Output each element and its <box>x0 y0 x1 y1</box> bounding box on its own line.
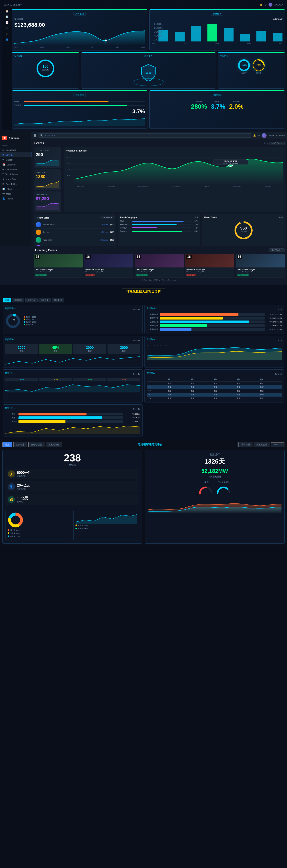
counter-value: 250 <box>36 152 59 157</box>
ev-tab-esg[interactable]: ESG / ① <box>271 442 285 447</box>
tab-basic4[interactable]: 初级数据 <box>52 298 64 303</box>
tickets-label: Tickets Sold <box>36 172 59 173</box>
anomaly-panel: 异常管理 数据标1 正常数据 3.7% <box>12 90 147 128</box>
bar-x-labels: 20152016201720182019 <box>152 42 283 44</box>
event-venue-2: Venue: Los Angeles,USA <box>86 271 132 273</box>
event-name-3: Don't burn on the grill <box>136 269 182 271</box>
ev-tab-power[interactable]: 充电量管理 <box>254 442 270 447</box>
settings-icon[interactable]: ⚙ <box>265 3 266 6</box>
content-area: Events ⚙ ① Last 7 Day ▼ Counter Opened 2… <box>31 139 287 246</box>
event-venue-5: Venue: Los Angeles,USA <box>237 271 284 273</box>
dv-card-1: 数据列表一 Done 1st 7% 数据一 1000 数据二 1400 数据三 … <box>3 305 143 334</box>
event-status-3[interactable]: BUY TICKETS <box>136 274 148 276</box>
ev-sparkline <box>76 512 137 524</box>
tab-overview[interactable]: 总览 <box>3 298 11 303</box>
revenue-label: Total Revenue <box>36 193 59 195</box>
datavis-title: 可视化数据大屏项目名称 <box>122 288 165 295</box>
event-venue-1: Venue: Los Angeles,USA <box>35 271 82 273</box>
sidebar-item-ui[interactable]: ◈ UI Elements <box>0 167 31 172</box>
dv-card3-title: 数据列表三 <box>5 372 16 375</box>
dv-card4-title: 数据列表 <box>147 372 155 375</box>
notif-icon[interactable]: 🔔 <box>253 134 256 137</box>
svg-rect-8 <box>256 31 266 41</box>
ev-tab-overview[interactable]: 总览 <box>2 442 12 447</box>
sidebar-item-icons[interactable]: ★ Icons Sets <box>0 177 31 182</box>
sidebar-item-mailbox[interactable]: ✉ Mailbox <box>0 157 31 162</box>
ev-tab-station2[interactable]: 充电站信息 <box>46 442 62 447</box>
sale-avatar-3 <box>36 237 41 243</box>
email-campaign-card: Email Campaign ⚙ ① Mail 87% Feedbacks 75… <box>118 214 201 246</box>
tables-icon: ⊟ <box>2 183 4 185</box>
svg-text:100: 100 <box>42 64 49 68</box>
event-name-1: Don't burn on the grill <box>35 269 82 271</box>
mini-card-2: 45% 数据 <box>39 344 72 354</box>
ev-gauges: 未处理 已处发 未处达 <box>148 481 282 495</box>
sale-row-3: Nikki Belle 3 Tickets $490 <box>36 236 114 244</box>
ev-tab-client[interactable]: 客户档案 <box>13 442 27 447</box>
menu-label: MENU <box>0 144 31 147</box>
data-analysis-title: 数据分析 <box>211 11 223 16</box>
pie-section: 运行中: 40% 充电量: 40% 充电量: 22% 充电量: 21% <box>5 510 139 540</box>
search-bar[interactable]: 🔍 Search here... <box>38 133 251 137</box>
sidebar-item-profile[interactable]: 👤 Profile <box>0 196 31 201</box>
analysis-max: 1600.00 <box>152 17 283 20</box>
upcoming-filter[interactable]: This Week ▼ <box>269 248 285 252</box>
sidebar-icon-4[interactable]: ⚡ <box>5 33 8 35</box>
sidebar-item-dashboard[interactable]: ⊞ Dashboard <box>0 147 31 152</box>
pie-card-1: 运行中: 40% 充电量: 40% 充电量: 22% <box>5 510 71 540</box>
sidebar-item-layouts[interactable]: ▣ Layouts <box>0 152 31 157</box>
event-card-3: 16 Don't burn on the grill Venue: Los An… <box>135 254 184 277</box>
time-filter[interactable]: Last 7 Day ▼ <box>269 142 285 145</box>
event-status-5[interactable]: BUY TICKETS <box>237 274 249 276</box>
settings-nav-icon[interactable]: ⚙ <box>258 134 260 137</box>
proj-label-3: 最高收益 <box>229 100 243 103</box>
svg-text:6K: 6K <box>66 157 71 159</box>
sale-avatar-2 <box>36 229 41 235</box>
svg-text:400.0: 400.0 <box>153 35 162 37</box>
sidebar-item-charts[interactable]: 📊 Charts <box>0 186 31 191</box>
safe-center-panel: 综合服务 SAFE <box>81 52 216 89</box>
sidebar-item-calendar[interactable]: 📅 Calendar <box>0 162 31 167</box>
home-icon[interactable]: 🏠 <box>5 9 9 12</box>
tab-basic2[interactable]: 初级数据 <box>25 298 37 303</box>
sidebar-icon-1[interactable]: 📊 <box>5 16 8 18</box>
ev-tab-station1[interactable]: 充电站信息 <box>28 442 45 447</box>
shield-icon: SAFE <box>141 63 156 81</box>
tab-basic1[interactable]: 初级数据 <box>12 298 24 303</box>
upcoming-section: Upcoming Events This Week ▼ 16 Don't bur… <box>0 246 287 285</box>
dv-grid: 数据列表一 Done 1st 7% 数据一 1000 数据二 1400 数据三 … <box>3 305 284 436</box>
pie-card-2: 充电量: 21% 充电量: 38% <box>73 510 139 540</box>
email-row-feedbacks: Feedbacks 75% <box>120 223 199 226</box>
sidebar-item-tables[interactable]: ⊟ Data Tables <box>0 182 31 186</box>
sidebar-icon-2[interactable]: 📈 <box>5 21 8 24</box>
sparkline-3 <box>5 382 140 393</box>
event-info-1: Don't burn on the grill Venue: Los Angel… <box>34 268 83 277</box>
notification-icon[interactable]: 🔔 <box>260 3 263 6</box>
svg-text:1K: 1K <box>66 175 71 177</box>
table-row: 行1数据数据数据数据数据 <box>147 382 282 385</box>
x-axis-labels: 10/1110/1910/2511/111/811/15 <box>15 46 145 48</box>
nav-time-panel: 护航时长 100% 运营率 <box>218 52 285 89</box>
sale-row-4: James Anderson 2 Tickets $490 <box>36 244 114 246</box>
sidebar-item-forms[interactable]: T Text & Forms <box>0 172 31 177</box>
tab-basic3[interactable]: 初级数据 <box>38 298 51 303</box>
event-status-1[interactable]: BUY TICKETS <box>35 274 47 276</box>
pie-legend-2: 充电量: 21% 充电量: 38% <box>76 524 137 530</box>
sidebar-icon-3[interactable]: 🗂 <box>6 27 8 30</box>
proj-val-3: 2.0% <box>229 103 243 110</box>
sidebar-item-maps[interactable]: 🗺 Maps <box>0 191 31 196</box>
hamburger-icon[interactable]: ☰ <box>34 134 36 137</box>
ev-tab-training[interactable]: 培训管理 <box>238 442 253 447</box>
svg-text:800.0: 800.0 <box>153 31 162 33</box>
sale-avatar-4 <box>36 245 41 246</box>
event-status-2[interactable]: SOLD OUT <box>86 274 95 276</box>
pie-legend-1: 运行中: 40% 充电量: 40% 充电量: 22% <box>8 529 69 538</box>
anomaly-title: 异常管理 <box>74 93 86 97</box>
event-status-4[interactable]: SOLD OUT <box>186 274 196 276</box>
events-header: Events ⚙ ① Last 7 Day ▼ <box>34 142 285 145</box>
dv-card3b-label: Done 1st <box>133 408 140 410</box>
sidebar-icon-5[interactable]: 👤 <box>5 38 8 41</box>
revenue-line-chart: 6K 4K 2K 1K 0 $8,975 <box>66 154 283 185</box>
sales-filter[interactable]: This Week ▼ <box>100 216 114 219</box>
section-ev: 总览 客户档案 充电站信息 充电站信息 电可视智能电竞平台 培训管理 充电量管理… <box>0 439 287 546</box>
